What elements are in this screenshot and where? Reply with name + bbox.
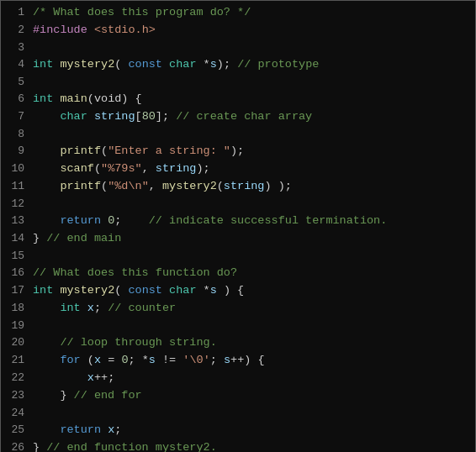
- header-token: <stdio.h>: [94, 24, 156, 36]
- comment-token: // end function mystery2.: [46, 441, 217, 452]
- punct-token: ;: [108, 371, 114, 384]
- func-token: scanf: [60, 162, 94, 175]
- punct-token: (: [101, 145, 108, 157]
- line-content: int mystery2( const char *s ) {: [33, 282, 468, 300]
- punct-token: (: [101, 180, 108, 192]
- line-content: for (x = 0; *s != '\0'; s++) {: [33, 352, 468, 370]
- var-token: x: [87, 302, 94, 314]
- punct-token: (: [87, 354, 94, 366]
- func-token: mystery2: [162, 180, 217, 192]
- line-number: 12: [1, 196, 24, 213]
- line: 1/* What does this program do? */: [1, 4, 475, 22]
- line-number: 22: [1, 370, 24, 386]
- comment-token: // create char array: [176, 110, 312, 123]
- white-token: [33, 371, 87, 384]
- line-number: 11: [1, 178, 24, 195]
- white-token: [101, 354, 108, 366]
- white-token: [156, 354, 162, 366]
- line: 4int mystery2( const char *s); // protot…: [1, 56, 475, 74]
- line-number: 15: [1, 248, 24, 265]
- line-number: 16: [1, 265, 24, 281]
- punct-token: ];: [156, 110, 169, 123]
- line-number: 8: [1, 126, 24, 143]
- op-token: *: [142, 354, 149, 366]
- string-token: "%79s": [101, 162, 142, 175]
- keyword-token: const: [128, 58, 162, 71]
- line: 22 x++;: [1, 370, 475, 387]
- line-number: 20: [1, 334, 24, 351]
- line: 20 // loop through string.: [1, 334, 475, 352]
- line: 5: [1, 74, 475, 91]
- line-number: 25: [1, 422, 24, 439]
- punct-token: (void) {: [87, 92, 142, 105]
- white-token: [87, 110, 94, 123]
- op-token: !=: [162, 354, 176, 366]
- white-token: [33, 354, 60, 366]
- white-token: [169, 110, 176, 123]
- line-number: 14: [1, 230, 24, 247]
- type-token: int: [33, 92, 53, 105]
- line: 16// What does this function do?: [1, 265, 475, 282]
- punct-token: }: [33, 232, 46, 244]
- comment-token: // indicate successful termination.: [149, 214, 388, 227]
- line-content: // What does this function do?: [33, 265, 468, 282]
- line: 6int main(void) {: [1, 91, 475, 108]
- punct-token: );: [196, 162, 209, 175]
- line: 26} // end function mystery2.: [1, 439, 475, 452]
- include-token: #include: [33, 24, 87, 36]
- var-token: s: [210, 284, 217, 297]
- var-token: x: [94, 354, 101, 366]
- line: 15: [1, 248, 475, 265]
- string-token: "Enter a string: ": [108, 145, 230, 157]
- line-content: #include <stdio.h>: [33, 22, 468, 39]
- line-content: printf("%d\n", mystery2(string) );: [33, 178, 468, 196]
- var-token: s: [149, 354, 156, 366]
- line-content: // loop through string.: [33, 334, 468, 352]
- line-content: /* What does this program do? */: [33, 4, 468, 22]
- var-token: string: [94, 110, 135, 123]
- punct-token: }: [60, 389, 73, 402]
- comment-token: // end main: [46, 232, 121, 244]
- line: 11 printf("%d\n", mystery2(string) );: [1, 178, 475, 196]
- comment-token: // loop through string.: [60, 336, 216, 349]
- white-token: [196, 284, 203, 297]
- line-content: x++;: [33, 370, 468, 387]
- line-number: 19: [1, 318, 24, 334]
- comment-token: /* What does this program do? */: [33, 6, 251, 18]
- line-number: 17: [1, 282, 24, 299]
- punct-token: [: [135, 110, 142, 123]
- line-content: char string[80]; // create char array: [33, 108, 468, 126]
- punct-token: ;: [94, 302, 101, 314]
- op-token: ++: [230, 354, 244, 366]
- punct-token: ) {: [244, 354, 264, 366]
- type-token: int: [33, 58, 53, 71]
- white-token: [81, 302, 87, 314]
- white-token: [101, 302, 108, 314]
- line: 24: [1, 405, 475, 422]
- var-token: s: [224, 354, 230, 366]
- white-token: [162, 284, 169, 297]
- line-content: int x; // counter: [33, 300, 468, 318]
- keyword-token: for: [60, 354, 80, 366]
- comment-token: // prototype: [237, 58, 319, 71]
- func-token: main: [60, 92, 87, 105]
- line: 8: [1, 126, 475, 143]
- line-number: 1: [1, 4, 24, 21]
- line-content: int mystery2( const char *s); // prototy…: [33, 56, 468, 74]
- line: 13 return 0; // indicate successful term…: [1, 213, 475, 230]
- line: 2#include <stdio.h>: [1, 22, 475, 39]
- line-number: 21: [1, 352, 24, 369]
- line: 10 scanf("%79s", string);: [1, 160, 475, 178]
- type-token: char: [169, 284, 196, 297]
- line: 14} // end main: [1, 230, 475, 248]
- op-token: ++: [94, 371, 108, 384]
- comment-token: // counter: [108, 302, 176, 314]
- op-token: *: [204, 58, 210, 71]
- line-number: 26: [1, 439, 24, 452]
- keyword-token: return: [60, 423, 101, 436]
- punct-token: ,: [149, 180, 162, 192]
- white-token: [33, 336, 60, 349]
- line-number: 18: [1, 300, 24, 317]
- line-content: } // end main: [33, 230, 468, 248]
- punct-token: ;: [128, 354, 141, 366]
